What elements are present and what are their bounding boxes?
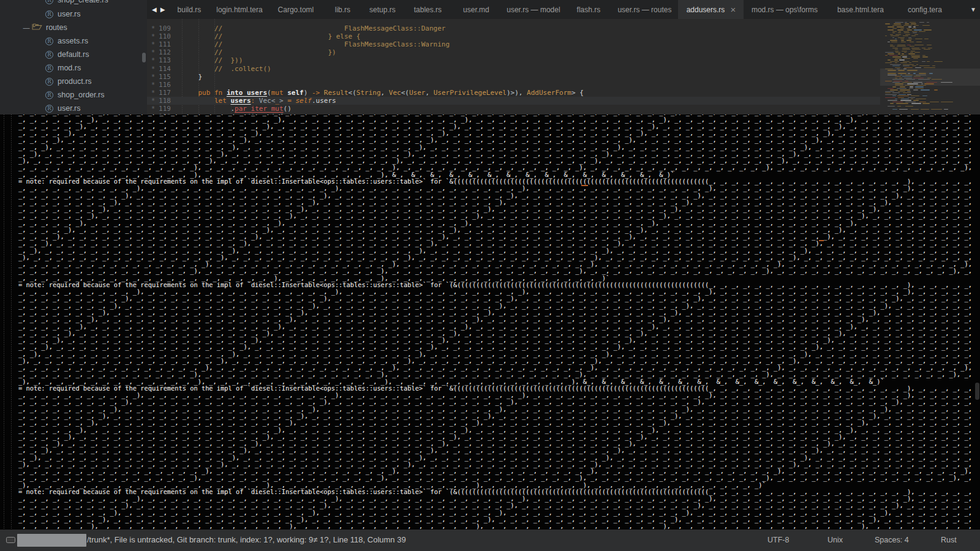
editor-line-117: *117 pub fn into_users(mut self) -> Resu… bbox=[147, 89, 980, 97]
minimap-code-dash bbox=[898, 32, 901, 33]
tab-Cargo.toml[interactable]: Cargo.toml bbox=[267, 0, 324, 19]
tab-label: mod.rs — ops\forms bbox=[752, 6, 818, 14]
minimap-code-dash bbox=[907, 45, 911, 45]
minimap-code-dash bbox=[888, 88, 894, 89]
minimap-code-dash bbox=[905, 23, 908, 24]
token: <( bbox=[401, 89, 409, 97]
sidebar-file-user.rs[interactable]: Ruser.rs bbox=[45, 7, 81, 21]
tab-tables.rs[interactable]: tables.rs bbox=[404, 0, 451, 19]
minimap-code-dash bbox=[900, 75, 902, 75]
tab-close-icon[interactable]: × bbox=[730, 7, 736, 13]
minimap-code-dash bbox=[924, 67, 936, 68]
sidebar-file-default.rs[interactable]: Rdefault.rs bbox=[45, 48, 89, 61]
minimap-code-dash bbox=[919, 73, 926, 73]
status-utf-8[interactable]: UTF-8 bbox=[767, 530, 789, 551]
tab-login.html.tera[interactable]: login.html.tera bbox=[211, 0, 267, 19]
tab-lib.rs[interactable]: lib.rs bbox=[324, 0, 361, 19]
minimap-code-dash bbox=[904, 67, 913, 68]
sidebar-file-shop_order.rs[interactable]: Rshop_order.rs bbox=[45, 88, 104, 102]
tab-user.md[interactable]: user.md bbox=[451, 0, 500, 19]
minimap-code-dash bbox=[914, 34, 918, 35]
minimap-code-dash bbox=[895, 34, 901, 35]
minimap-code-dash bbox=[888, 26, 894, 27]
gutter-line-number: *119 bbox=[151, 105, 179, 113]
minimap-code-dash bbox=[897, 29, 903, 30]
sidebar-file-shop_create.rs[interactable]: Rshop_create.rs bbox=[45, 0, 108, 7]
minimap-code-dash bbox=[911, 109, 919, 110]
editor-line-109: *109 // FlashMessageClass::Danger bbox=[147, 24, 980, 32]
status-unix[interactable]: Unix bbox=[827, 530, 843, 551]
minimap-code-dash bbox=[915, 67, 921, 68]
minimap-code-dash bbox=[941, 102, 953, 102]
tab-flash.rs[interactable]: flash.rs bbox=[566, 0, 611, 19]
minimap-code-dash bbox=[924, 83, 934, 84]
minimap-code-dash bbox=[932, 66, 935, 66]
sidebar-item-label: shop_create.rs bbox=[58, 0, 108, 4]
minimap-code-dash bbox=[911, 51, 915, 51]
sidebar-file-mod.rs[interactable]: Rmod.rs bbox=[45, 61, 81, 75]
gutter-line-number: *113 bbox=[151, 56, 179, 64]
minimap-code-dash bbox=[890, 46, 895, 47]
build-output-panel[interactable]: _, _, _, _, _, _, _, _), _, _, _, _, _, … bbox=[0, 114, 980, 530]
collapse-arrow-icon[interactable]: — bbox=[21, 24, 32, 31]
tab-mod.rs — ops\forms[interactable]: mod.rs — ops\forms bbox=[744, 0, 825, 19]
minimap-code-dash bbox=[885, 23, 890, 24]
code-editor[interactable]: *109 // FlashMessageClass::Danger*110 //… bbox=[147, 19, 980, 114]
token: mut bbox=[271, 89, 284, 97]
minimap-code-dash bbox=[922, 55, 925, 56]
minimap-code-dash bbox=[897, 96, 908, 96]
minimap-code-dash bbox=[885, 91, 894, 92]
tab-user.rs — routes[interactable]: user.rs — routes bbox=[611, 0, 678, 19]
minimap-code-dash bbox=[892, 25, 902, 26]
minimap-code-dash bbox=[898, 73, 906, 73]
minimap-code-dash bbox=[921, 89, 930, 90]
tab-base.html.tera[interactable]: base.html.tera bbox=[825, 0, 895, 19]
minimap-code-dash bbox=[895, 83, 903, 84]
tab-overflow-menu-icon[interactable]: ▼ bbox=[970, 0, 976, 19]
minimap-code-dash bbox=[905, 102, 916, 102]
sidebar-item-label: user.rs bbox=[58, 104, 81, 113]
status-rust[interactable]: Rust bbox=[941, 530, 957, 551]
minimap-code-dash bbox=[892, 96, 896, 96]
minimap-code-dash bbox=[931, 109, 942, 110]
minimap[interactable] bbox=[880, 19, 980, 114]
minimap-code-dash bbox=[919, 22, 924, 23]
minimap-code-dash bbox=[894, 81, 902, 81]
tab-build.rs[interactable]: build.rs bbox=[167, 0, 211, 19]
sidebar-item-label: default.rs bbox=[58, 50, 89, 59]
minimap-code-dash bbox=[910, 86, 913, 87]
minimap-code-dash bbox=[900, 86, 906, 87]
sidebar-file-user.rs[interactable]: Ruser.rs bbox=[45, 102, 81, 114]
token: into_users bbox=[227, 89, 267, 97]
panel-toggle-icon[interactable] bbox=[6, 537, 15, 543]
sidebar-item-label: product.rs bbox=[58, 77, 92, 86]
tab-user.rs — model[interactable]: user.rs — model bbox=[500, 0, 566, 19]
sidebar-file-product.rs[interactable]: Rproduct.rs bbox=[45, 75, 92, 88]
tab-addusers.rs[interactable]: addusers.rs× bbox=[678, 0, 744, 19]
minimap-code-dash bbox=[895, 85, 903, 86]
tab-label: build.rs bbox=[178, 6, 202, 14]
tab-scroll-left-button[interactable]: ◀ bbox=[150, 6, 159, 13]
minimap-code-dash bbox=[890, 45, 893, 45]
modified-line-marker-icon: * bbox=[151, 57, 155, 64]
tab-bar: ◀ ▶ build.rslogin.html.teraCargo.tomllib… bbox=[147, 0, 980, 19]
panel-scrollbar-thumb[interactable] bbox=[975, 383, 979, 400]
minimap-code-dash bbox=[934, 61, 943, 62]
minimap-code-dash bbox=[919, 102, 927, 102]
rust-file-icon: R bbox=[45, 91, 53, 99]
sidebar-scrollbar-thumb[interactable] bbox=[142, 53, 146, 62]
tab-setup.rs[interactable]: setup.rs bbox=[361, 0, 404, 19]
minimap-code-dash bbox=[888, 73, 896, 73]
minimap-code-dash bbox=[913, 32, 917, 33]
tab-config.tera[interactable]: config.tera bbox=[895, 0, 954, 19]
minimap-code-dash bbox=[904, 78, 912, 78]
sidebar-folder-routes[interactable]: —routes bbox=[21, 21, 67, 34]
minimap-code-dash bbox=[927, 78, 930, 78]
minimap-code-dash bbox=[885, 55, 888, 56]
minimap-code-dash bbox=[908, 26, 911, 27]
tab-scroll-right-button[interactable]: ▶ bbox=[159, 6, 167, 13]
status-spaces-4[interactable]: Spaces: 4 bbox=[875, 530, 909, 551]
sidebar-file-assets.rs[interactable]: Rassets.rs bbox=[45, 34, 88, 48]
modified-line-marker-icon: * bbox=[151, 81, 155, 88]
minimap-code-dash bbox=[891, 42, 897, 42]
